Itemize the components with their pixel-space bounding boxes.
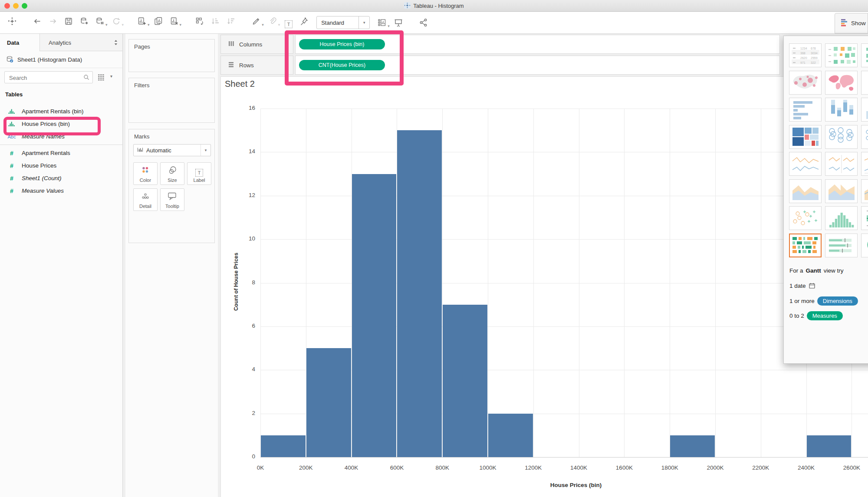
histogram-bar-2400k[interactable] <box>807 435 852 457</box>
histogram-bar-0k[interactable] <box>261 435 306 457</box>
columns-field-pill[interactable]: House Prices (bin) <box>299 39 385 49</box>
data-source-row[interactable]: Sheet1 (Histogram Data) <box>0 52 122 68</box>
histogram-bar-1000k[interactable] <box>488 414 533 457</box>
duplicate-sheet-button[interactable] <box>151 14 165 29</box>
tab-analytics[interactable]: Analytics <box>40 34 109 51</box>
highlight-button[interactable] <box>249 14 263 29</box>
rows-field-pill[interactable]: CNT(House Prices) <box>299 60 385 70</box>
showme-scatter-thumbnail[interactable] <box>789 206 822 230</box>
field-list-options-caret[interactable]: ▾ <box>110 74 112 79</box>
showme-dual-lines-thumbnail[interactable] <box>861 152 868 176</box>
field-measure-values[interactable]: #Measure Values <box>0 184 122 197</box>
showme-pie-thumbnail[interactable] <box>861 71 868 95</box>
dropdown-caret-icon[interactable]: ▾ <box>278 23 280 27</box>
showme-horizontal-bars-thumbnail[interactable] <box>789 98 822 122</box>
field-house-prices[interactable]: #House Prices <box>0 159 122 172</box>
fix-axes-pin-icon <box>299 16 309 26</box>
showme-treemap-thumbnail[interactable] <box>789 125 822 149</box>
share-button[interactable] <box>417 15 431 30</box>
showme-bullet-thumbnail[interactable] <box>825 234 858 257</box>
showme-text-table-thumbnail[interactable]: 1234678368303426202559971322 <box>789 43 822 67</box>
histogram-bar-800k[interactable] <box>443 305 487 457</box>
columns-shelf[interactable]: House Prices (bin) <box>295 35 780 54</box>
showme-area-discrete-thumbnail[interactable] <box>825 179 858 203</box>
filters-shelf[interactable]: Filters <box>128 78 215 123</box>
histogram-bar-1800k[interactable] <box>670 435 715 457</box>
swap-rows-columns-icon <box>195 16 204 26</box>
showme-histogram-thumbnail[interactable] <box>825 206 858 230</box>
showme-dual-combination-thumbnail[interactable] <box>861 179 868 203</box>
field-apartment-rentals[interactable]: #Apartment Rentals <box>0 147 122 159</box>
field-sheet1-count[interactable]: #Sheet1 (Count) <box>0 172 122 184</box>
show-me-button[interactable]: Show Me <box>835 13 868 33</box>
showme-packed-bubbles-thumbnail[interactable] <box>861 234 868 257</box>
format-paperclip-button <box>266 14 279 29</box>
field-apartment-rentals-bin[interactable]: Apartment Rentals (bin) <box>0 105 122 118</box>
pane-expand-icon[interactable] <box>113 39 119 47</box>
x-tick-label: 1800K <box>651 464 688 471</box>
field-label: Measure Names <box>22 133 65 140</box>
dropdown-caret-icon[interactable]: ▾ <box>180 23 182 27</box>
dropdown-caret-icon[interactable]: ▾ <box>262 23 264 27</box>
marks-button-label: Detail <box>139 204 151 209</box>
pause-data-updates-button[interactable] <box>93 14 107 29</box>
back-button[interactable] <box>30 14 44 29</box>
showme-box-and-whisker-thumbnail[interactable] <box>861 206 868 230</box>
tab-data[interactable]: Data <box>0 34 40 51</box>
show-mark-labels-button[interactable]: T <box>282 17 296 32</box>
tableau-logo-button[interactable] <box>5 14 19 29</box>
showme-area-continuous-thumbnail[interactable] <box>789 179 822 203</box>
color-button[interactable]: Color <box>133 162 158 185</box>
tooltip-button[interactable]: Tooltip <box>160 188 184 211</box>
showme-highlight-table-thumbnail[interactable] <box>825 43 858 67</box>
svg-text:3034: 3034 <box>811 52 818 55</box>
showme-symbol-map-thumbnail[interactable] <box>789 71 822 95</box>
detail-button[interactable]: Detail <box>133 188 158 211</box>
rows-shelf[interactable]: CNT(House Prices) <box>295 56 780 75</box>
presentation-mode-button[interactable] <box>391 15 405 30</box>
label-button[interactable]: TLabel <box>187 162 211 185</box>
dropdown-caret-icon[interactable]: ▾ <box>122 23 124 27</box>
x-tick-label: 400K <box>333 464 370 471</box>
show-me-hint: For aGanttview try <box>789 267 844 274</box>
showme-heat-map-thumbnail[interactable] <box>861 43 868 67</box>
new-data-source-button[interactable] <box>77 14 91 29</box>
dropdown-caret-icon[interactable]: ▾ <box>148 23 150 27</box>
svg-text:2620: 2620 <box>800 56 807 59</box>
view-mode-dropdown[interactable]: Standard ▾ <box>316 16 370 29</box>
x-tick-label: 2600K <box>833 464 868 471</box>
duplicate-sheet-icon <box>154 16 163 26</box>
view-mode-caret[interactable]: ▾ <box>358 16 369 29</box>
clear-sheet-button[interactable] <box>167 14 181 29</box>
histogram-bar-200k[interactable] <box>306 348 351 457</box>
showme-gantt-thumbnail[interactable] <box>789 234 822 257</box>
toolbar: ▾▾▾▾▾▾T Standard ▾ ▾ <box>0 12 868 34</box>
show-hide-cards-button[interactable] <box>375 15 389 30</box>
dropdown-caret-icon[interactable]: ▾ <box>388 24 390 28</box>
showme-stacked-bars-thumbnail[interactable] <box>825 98 858 122</box>
pages-shelf[interactable]: Pages <box>128 39 215 72</box>
field-measure-names[interactable]: AbcMeasure Names <box>0 130 122 143</box>
new-worksheet-button[interactable] <box>135 14 149 29</box>
field-label: Sheet1 (Count) <box>22 175 62 181</box>
field-house-prices-bin[interactable]: House Prices (bin) <box>0 118 122 130</box>
fix-axes-pin-button[interactable] <box>297 14 311 29</box>
search-input[interactable] <box>8 72 84 83</box>
save-button[interactable] <box>62 14 76 29</box>
view-data-grid-icon[interactable] <box>97 73 105 82</box>
showme-side-by-side-circles-thumbnail[interactable] <box>861 125 868 149</box>
showme-side-by-side-bars-thumbnail[interactable] <box>861 98 868 122</box>
showme-lines-continuous-thumbnail[interactable] <box>789 152 822 176</box>
showme-filled-map-thumbnail[interactable] <box>825 71 858 95</box>
swap-rows-columns-button[interactable] <box>193 14 207 29</box>
mark-type-dropdown[interactable]: Automatic ▾ <box>133 144 211 156</box>
x-tick-label: 2200K <box>743 464 779 471</box>
dropdown-caret-icon[interactable]: ▾ <box>105 23 108 27</box>
histogram-bar-400k[interactable] <box>352 174 397 457</box>
showme-circle-views-thumbnail[interactable] <box>825 125 858 149</box>
showme-lines-discrete-thumbnail[interactable] <box>825 152 858 176</box>
mark-type-caret[interactable]: ▾ <box>201 145 210 156</box>
size-button[interactable]: Size <box>160 162 184 185</box>
y-tick-label: 14 <box>217 148 255 155</box>
histogram-bar-600k[interactable] <box>397 130 442 457</box>
